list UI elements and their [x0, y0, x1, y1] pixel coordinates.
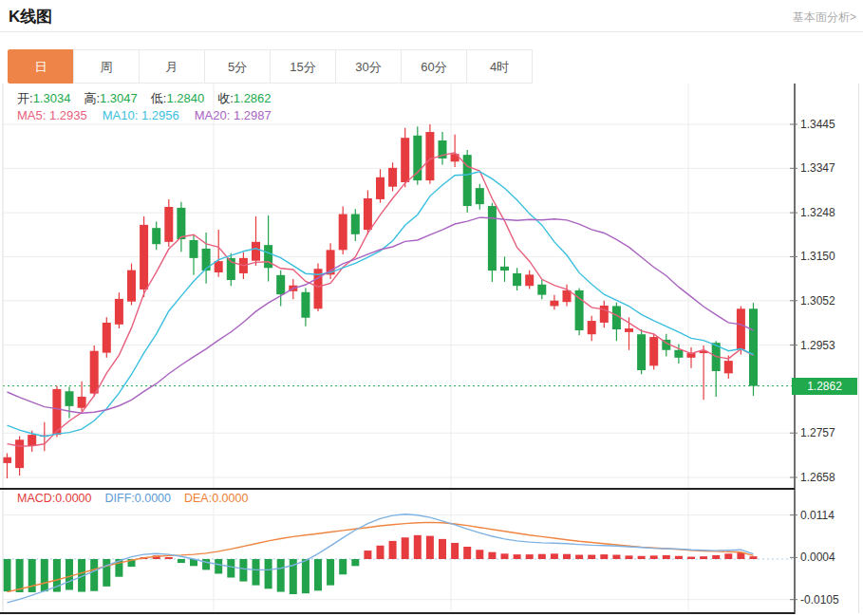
low-label: 低: — [151, 91, 167, 105]
macd-bar — [700, 556, 707, 559]
ma10-readout: MA10: 1.2956 — [103, 108, 179, 122]
candle-body — [550, 301, 558, 307]
candle-body — [3, 457, 11, 463]
macd-bar — [377, 546, 385, 559]
candle-body — [674, 350, 683, 358]
macd-label: MACD: — [17, 492, 55, 505]
candle-body — [202, 249, 211, 271]
candle-body — [588, 321, 596, 334]
candle-body — [637, 334, 646, 370]
macd-histogram — [4, 535, 758, 594]
candle-body — [190, 240, 198, 258]
candle-body — [15, 439, 24, 468]
macd-bar — [215, 559, 222, 573]
price-tick-label: 1.3347 — [800, 161, 835, 175]
macd-bar — [750, 556, 758, 559]
macd-bar — [712, 555, 720, 559]
macd-bar — [488, 552, 496, 559]
candle-body — [364, 198, 372, 230]
macd-bar — [724, 553, 732, 559]
candle-body — [152, 228, 160, 244]
price-tick-label: 1.3445 — [800, 118, 835, 131]
macd-bar — [600, 554, 608, 559]
macd-bar — [90, 559, 98, 591]
open-value: 1.3034 — [33, 91, 71, 105]
macd-bar — [439, 539, 446, 559]
price-tick-label: 1.3248 — [800, 206, 835, 219]
macd-bar — [402, 537, 409, 559]
price-tick-label: 1.3150 — [800, 250, 835, 263]
candle-body — [140, 225, 148, 289]
macd-bar — [202, 559, 210, 569]
macd-bar — [575, 555, 583, 559]
low-value: 1.2840 — [166, 91, 204, 105]
macd-bar — [302, 559, 310, 593]
y-axis-labels: 1.34451.33471.32481.31501.30521.29531.27… — [790, 118, 839, 607]
candle-body — [264, 245, 272, 268]
ma10-label: MA10: — [103, 108, 139, 122]
candle-body — [537, 285, 546, 295]
candle-body — [401, 138, 409, 182]
candle-body — [127, 271, 136, 302]
candle-body — [749, 308, 758, 385]
macd-bar — [339, 559, 347, 574]
candle-body — [488, 206, 497, 271]
macd-bar — [563, 554, 571, 559]
macd-bar — [103, 559, 110, 587]
dea-value: 0.0000 — [212, 492, 248, 505]
candle-body — [78, 397, 86, 408]
candle-body — [351, 215, 360, 234]
diff-label: DIFF: — [105, 492, 135, 505]
candle-body — [215, 261, 223, 272]
macd-bar — [16, 559, 24, 592]
candle-body — [28, 435, 36, 446]
dea-label: DEA: — [184, 492, 212, 505]
macd-bar — [463, 547, 471, 559]
candle-body — [301, 292, 310, 318]
kline-widget: K线图 基本面分析> 日周月5分15分30分60分4时 1.34451.3347… — [0, 0, 863, 616]
open-label: 开: — [17, 91, 33, 105]
candle-body — [103, 323, 111, 353]
macd-bar — [265, 559, 272, 588]
macd-tick-label: -0.0105 — [800, 593, 839, 607]
candle-body — [600, 306, 609, 323]
macd-bar — [451, 543, 459, 559]
diff-value: 0.0000 — [135, 492, 171, 505]
macd-bar — [626, 555, 633, 559]
macd-bar — [389, 541, 397, 559]
macd-bar — [638, 556, 646, 559]
macd-bar — [501, 553, 509, 559]
close-value: 1.2862 — [234, 91, 272, 105]
macd-bar — [538, 554, 546, 559]
macd-bar — [663, 555, 670, 559]
ma10-value: 1.2956 — [141, 108, 179, 122]
candle-body — [625, 328, 633, 332]
macd-bar — [476, 550, 483, 559]
ma5-value: 1.2935 — [49, 108, 87, 122]
candle-body — [737, 308, 745, 349]
macd-bar — [675, 556, 683, 559]
candle-body — [177, 208, 185, 239]
macd-bar — [165, 557, 173, 559]
macd-bar — [687, 557, 695, 559]
macd-bar — [227, 559, 235, 578]
high-value: 1.3047 — [100, 91, 138, 105]
dea-readout: DEA:0.0000 — [184, 492, 248, 505]
macd-bar — [277, 559, 285, 592]
macd-bar — [414, 535, 422, 559]
macd-bar — [351, 559, 359, 566]
macd-bar — [588, 555, 595, 559]
ma20-value: 1.2987 — [234, 108, 272, 122]
high-label: 高: — [84, 91, 100, 105]
candle-body — [425, 132, 434, 180]
macd-bar — [314, 559, 322, 590]
macd-bar — [41, 559, 48, 591]
ma5-readout: MA5: 1.2935 — [17, 108, 87, 122]
candle-body — [525, 274, 534, 286]
price-tick-label: 1.3052 — [800, 294, 835, 308]
macd-bar — [551, 553, 558, 559]
candle-body — [276, 275, 285, 294]
macd-bar — [178, 559, 185, 563]
price-tick-label: 1.2953 — [800, 339, 835, 352]
candle-body — [376, 177, 385, 199]
